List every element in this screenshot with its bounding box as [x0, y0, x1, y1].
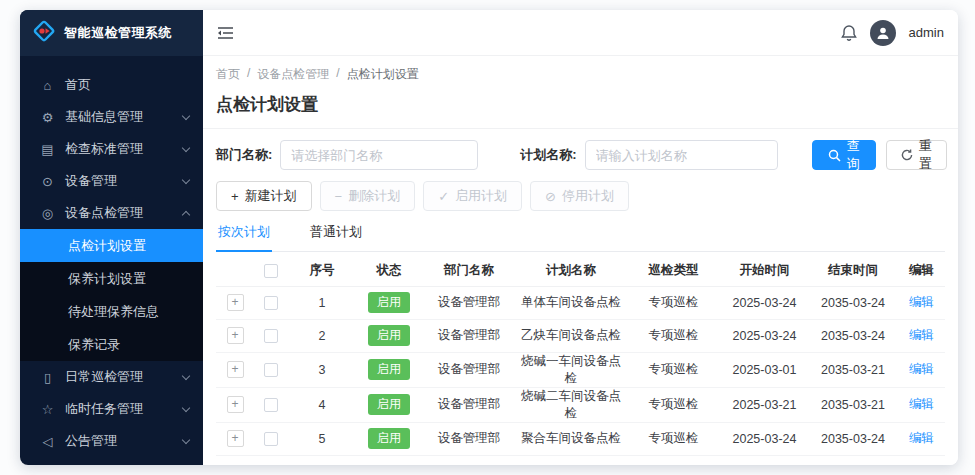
enable-plan-button[interactable]: ✓ 启用计划	[423, 181, 522, 211]
sidebar-submenu: 点检计划设置 保养计划设置 待处理保养信息 保养记录	[20, 229, 203, 361]
star-icon: ☆	[40, 402, 55, 417]
header-dept: 部门名称	[422, 256, 516, 286]
edit-link[interactable]: 编辑	[909, 295, 934, 309]
app-logo-icon	[32, 19, 56, 47]
cell-end: 2035-03-24	[808, 422, 898, 455]
edit-link[interactable]: 编辑	[909, 431, 934, 445]
document-icon: ▤	[40, 142, 55, 157]
row-checkbox[interactable]	[264, 398, 278, 412]
table-row: + 4 启用 设备管理部 烧碱二车间设备点检 专项巡检 2025-03-21 2…	[216, 387, 945, 422]
breadcrumb-parent[interactable]: 设备点检管理	[257, 66, 329, 83]
dept-name-label: 部门名称:	[216, 146, 272, 164]
sidebar-item-device-mgmt[interactable]: ⊙ 设备管理	[20, 165, 203, 197]
chevron-down-icon	[182, 175, 190, 183]
sidebar-item-daily-inspection[interactable]: ▯ 日常巡检管理	[20, 361, 203, 393]
breadcrumb-current: 点检计划设置	[347, 66, 419, 83]
breadcrumb-separator: /	[247, 66, 250, 83]
sidebar-subitem-pending-maintenance[interactable]: 待处理保养信息	[20, 295, 203, 328]
status-badge: 启用	[368, 428, 410, 448]
sidebar-item-announcements[interactable]: ◁ 公告管理	[20, 425, 203, 457]
sidebar-item-check-standards[interactable]: ▤ 检查标准管理	[20, 133, 203, 165]
cell-end: 2035-03-24	[808, 319, 898, 352]
header-end: 结束时间	[808, 256, 898, 286]
delete-plan-button[interactable]: − 删除计划	[320, 181, 416, 211]
home-icon: ⌂	[40, 78, 55, 93]
user-avatar[interactable]	[870, 20, 896, 46]
row-expand-button[interactable]: +	[227, 327, 244, 344]
chevron-down-icon	[182, 143, 190, 151]
row-checkbox[interactable]	[264, 432, 278, 446]
main-area: admin 首页 / 设备点检管理 / 点检计划设置 点检计划设置 部门名称: …	[203, 10, 958, 465]
cell-type: 专项巡检	[626, 352, 721, 387]
cell-no: 1	[288, 286, 356, 319]
content: 部门名称: 计划名称: 查询	[203, 129, 958, 465]
row-expand-button[interactable]: +	[227, 396, 244, 413]
ban-icon: ⊘	[545, 189, 556, 204]
plus-icon: +	[231, 189, 239, 204]
edit-link[interactable]: 编辑	[909, 328, 934, 342]
row-checkbox[interactable]	[264, 363, 278, 377]
cell-plan: 聚合车间设备点检	[516, 422, 626, 455]
page-title: 点检计划设置	[216, 93, 945, 128]
chevron-up-icon	[182, 210, 190, 218]
edit-link[interactable]: 编辑	[909, 362, 934, 376]
disable-plan-button[interactable]: ⊘ 停用计划	[530, 181, 629, 211]
header-edit: 编辑	[898, 256, 945, 286]
cell-dept: 设备管理部	[422, 422, 516, 455]
sidebar-item-label: 设备管理	[65, 172, 183, 190]
header-checkbox	[254, 256, 288, 286]
cell-no: 2	[288, 319, 356, 352]
plans-table: 序号 状态 部门名称 计划名称 巡检类型 开始时间 结束时间 编辑 + 1	[216, 256, 945, 456]
row-checkbox[interactable]	[264, 329, 278, 343]
cell-plan: 乙炔车间设备点检	[516, 319, 626, 352]
sidebar-collapse-icon[interactable]	[217, 26, 234, 40]
header-start: 开始时间	[721, 256, 808, 286]
reset-button[interactable]: 重置	[886, 140, 947, 170]
row-expand-button[interactable]: +	[227, 430, 244, 447]
cell-no: 3	[288, 352, 356, 387]
cell-type: 专项巡检	[626, 319, 721, 352]
tab-per-time-plan[interactable]: 按次计划	[216, 223, 272, 252]
app-window: 智能巡检管理系统 ⌂ 首页 ⚙ 基础信息管理 ▤ 检查标准管理 ⊙ 设备管理	[20, 10, 958, 465]
check-circle-icon: ◎	[40, 206, 55, 221]
sidebar-item-device-inspection[interactable]: ◎ 设备点检管理	[20, 197, 203, 229]
sidebar-subitem-maintenance-plan[interactable]: 保养计划设置	[20, 262, 203, 295]
select-all-checkbox[interactable]	[264, 264, 278, 278]
tab-normal-plan[interactable]: 普通计划	[308, 223, 364, 251]
sidebar-item-basic-info[interactable]: ⚙ 基础信息管理	[20, 101, 203, 133]
edit-link[interactable]: 编辑	[909, 397, 934, 411]
search-button-label: 查询	[847, 137, 860, 173]
status-badge: 启用	[368, 359, 410, 379]
bell-icon[interactable]	[841, 24, 857, 42]
sidebar-item-temp-tasks[interactable]: ☆ 临时任务管理	[20, 393, 203, 425]
table-row: + 1 启用 设备管理部 单体车间设备点检 专项巡检 2025-03-24 20…	[216, 286, 945, 319]
sidebar: 智能巡检管理系统 ⌂ 首页 ⚙ 基础信息管理 ▤ 检查标准管理 ⊙ 设备管理	[20, 10, 203, 465]
page-size-select[interactable]: 20 条/页	[870, 465, 945, 466]
sidebar-subitem-maintenance-records[interactable]: 保养记录	[20, 328, 203, 361]
delete-plan-label: 删除计划	[348, 187, 400, 205]
sidebar-item-label: 设备点检管理	[65, 204, 183, 222]
minus-icon: −	[335, 189, 343, 204]
row-expand-button[interactable]: +	[227, 294, 244, 311]
table-row: + 2 启用 设备管理部 乙炔车间设备点检 专项巡检 2025-03-24 20…	[216, 319, 945, 352]
username-label: admin	[909, 25, 944, 40]
status-badge: 启用	[368, 292, 410, 312]
row-expand-button[interactable]: +	[227, 361, 244, 378]
sidebar-item-home[interactable]: ⌂ 首页	[20, 69, 203, 101]
breadcrumb-home[interactable]: 首页	[216, 66, 240, 83]
new-plan-button[interactable]: + 新建计划	[216, 181, 312, 211]
sidebar-item-label: 基础信息管理	[65, 108, 183, 126]
breadcrumb-block: 首页 / 设备点检管理 / 点检计划设置 点检计划设置	[203, 56, 958, 129]
cell-no: 5	[288, 422, 356, 455]
row-checkbox[interactable]	[264, 296, 278, 310]
enable-plan-label: 启用计划	[455, 187, 507, 205]
dept-name-input[interactable]	[280, 140, 478, 170]
plan-name-input[interactable]	[585, 140, 778, 170]
table-row: + 3 启用 设备管理部 烧碱一车间设备点检 专项巡检 2025-03-01 2…	[216, 352, 945, 387]
disable-plan-label: 停用计划	[562, 187, 614, 205]
search-button[interactable]: 查询	[812, 140, 876, 170]
cell-dept: 设备管理部	[422, 352, 516, 387]
action-row: + 新建计划 − 删除计划 ✓ 启用计划 ⊘ 停用计划	[216, 181, 945, 211]
plan-name-label: 计划名称:	[520, 146, 576, 164]
sidebar-subitem-inspection-plan[interactable]: 点检计划设置	[20, 229, 203, 262]
